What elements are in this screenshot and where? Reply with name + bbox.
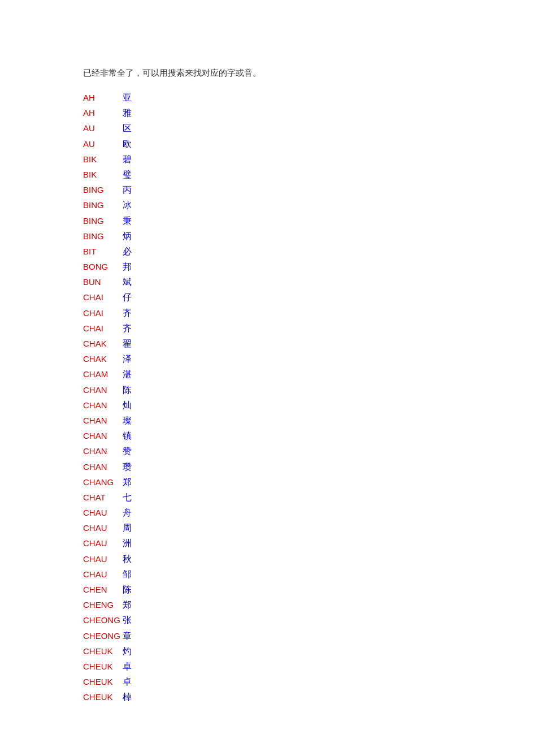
list-item: BING秉 [83, 213, 534, 228]
entry-list: AH亚AH雅AU区AU欧BIK碧BIK璧BING丙BING冰BING秉BING炳… [83, 90, 534, 705]
romanization-label: BING [83, 214, 123, 228]
chinese-character: 欧 [123, 139, 132, 149]
romanization-label: BING [83, 198, 123, 213]
list-item: CHAI齐 [83, 305, 534, 321]
list-item: BIK碧 [83, 152, 534, 167]
list-item: CHANG郑 [83, 474, 534, 490]
romanization-label: CHAU [83, 536, 123, 551]
list-item: CHAK翟 [83, 336, 534, 351]
list-item: BUN斌 [83, 274, 534, 290]
chinese-character: 仔 [123, 292, 132, 302]
romanization-label: CHAN [83, 460, 123, 474]
chinese-character: 区 [123, 123, 132, 133]
romanization-label: BONG [83, 260, 123, 274]
romanization-label: CHEN [83, 582, 123, 597]
romanization-label: AU [83, 121, 123, 136]
list-item: CHEONG张 [83, 612, 534, 628]
list-item: CHAI齐 [83, 321, 534, 336]
list-item: CHEUK卓 [83, 659, 534, 674]
chinese-character: 翟 [123, 339, 132, 348]
chinese-character: 雅 [123, 108, 132, 118]
chinese-character: 郑 [123, 600, 132, 610]
romanization-label: CHAN [83, 413, 123, 428]
chinese-character: 秋 [123, 554, 132, 564]
chinese-character: 炳 [123, 231, 132, 241]
romanization-label: CHAK [83, 352, 123, 366]
romanization-label: BING [83, 229, 123, 244]
romanization-label: AH [83, 90, 123, 105]
romanization-label: CHAI [83, 321, 123, 336]
list-item: CHAM湛 [83, 366, 534, 382]
list-item: CHEUK卓 [83, 674, 534, 689]
romanization-label: CHEUK [83, 659, 123, 674]
chinese-character: 丙 [123, 185, 132, 195]
romanization-label: CHAU [83, 521, 123, 535]
chinese-character: 邦 [123, 262, 132, 271]
list-item: CHAN陈 [83, 382, 534, 398]
list-item: CHAT七 [83, 490, 534, 505]
list-item: AH雅 [83, 105, 534, 120]
list-item: CHEUK灼 [83, 643, 534, 659]
list-item: CHAU舟 [83, 505, 534, 520]
chinese-character: 舟 [123, 508, 132, 517]
chinese-character: 郑 [123, 477, 132, 487]
chinese-character: 陈 [123, 585, 132, 594]
chinese-character: 必 [123, 247, 132, 256]
romanization-label: BING [83, 183, 123, 197]
chinese-character: 秉 [123, 216, 132, 226]
romanization-label: CHAU [83, 506, 123, 520]
chinese-character: 齐 [123, 323, 132, 333]
romanization-label: CHAN [83, 444, 123, 459]
chinese-character: 张 [123, 615, 132, 625]
list-item: CHAU秋 [83, 551, 534, 567]
list-item: CHAN镇 [83, 428, 534, 443]
romanization-label: CHEUK [83, 675, 123, 689]
romanization-label: CHAM [83, 367, 123, 382]
romanization-label: AU [83, 137, 123, 152]
list-item: CHEONG章 [83, 628, 534, 643]
intro-text: 已经非常全了，可以用搜索来找对应的字或音。 [83, 68, 534, 79]
romanization-label: BIK [83, 152, 123, 167]
list-item: CHEN陈 [83, 582, 534, 597]
chinese-character: 亚 [123, 93, 132, 102]
romanization-label: BUN [83, 275, 123, 290]
chinese-character: 洲 [123, 538, 132, 548]
romanization-label: CHAI [83, 306, 123, 321]
chinese-character: 陈 [123, 385, 132, 395]
chinese-character: 镇 [123, 431, 132, 440]
romanization-label: CHAU [83, 567, 123, 582]
romanization-label: CHAK [83, 336, 123, 351]
chinese-character: 璧 [123, 170, 132, 179]
chinese-character: 璨 [123, 416, 132, 425]
chinese-character: 棹 [123, 692, 132, 702]
romanization-label: CHENG [83, 598, 123, 612]
romanization-label: CHAU [83, 552, 123, 567]
romanization-label: CHAT [83, 490, 123, 505]
list-item: CHAI仔 [83, 290, 534, 305]
romanization-label: CHANG [83, 475, 123, 490]
romanization-label: CHEUK [83, 690, 123, 705]
list-item: CHAU周 [83, 520, 534, 535]
chinese-character: 瓒 [123, 462, 132, 472]
list-item: CHAN灿 [83, 398, 534, 413]
list-item: CHAN璨 [83, 413, 534, 428]
list-item: CHAN瓒 [83, 459, 534, 474]
chinese-character: 泽 [123, 354, 132, 364]
list-item: AH亚 [83, 90, 534, 105]
list-item: BONG邦 [83, 259, 534, 274]
list-item: BING丙 [83, 182, 534, 197]
chinese-character: 碧 [123, 154, 132, 164]
list-item: BING炳 [83, 228, 534, 244]
chinese-character: 冰 [123, 200, 132, 210]
list-item: CHAU洲 [83, 535, 534, 551]
romanization-label: CHEONG [83, 613, 123, 628]
list-item: BING冰 [83, 197, 534, 213]
chinese-character: 灼 [123, 646, 132, 656]
list-item: BIT必 [83, 244, 534, 259]
list-item: AU欧 [83, 136, 534, 152]
chinese-character: 章 [123, 631, 132, 641]
chinese-character: 赞 [123, 446, 132, 456]
chinese-character: 周 [123, 523, 132, 533]
chinese-character: 卓 [123, 677, 132, 686]
chinese-character: 七 [123, 493, 132, 502]
